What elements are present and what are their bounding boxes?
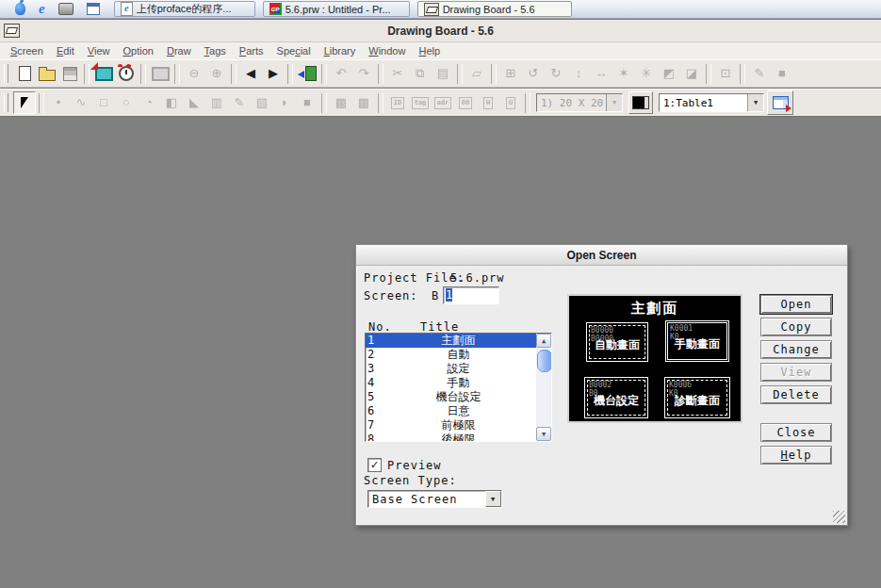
- close-button[interactable]: Close: [760, 423, 832, 442]
- rotate-cw-button[interactable]: ↻: [545, 62, 567, 85]
- screen-list[interactable]: 1 主劃面 2 自動 3 設定 4 手動: [365, 333, 552, 442]
- screen-info-button[interactable]: [149, 62, 171, 85]
- next-screen-button[interactable]: ▶: [262, 62, 285, 85]
- tag-u-button[interactable]: U: [499, 91, 522, 114]
- tag-tag-button[interactable]: tag: [409, 91, 432, 114]
- screen-row-8[interactable]: 8 後極限: [366, 433, 551, 442]
- polygon-tool-button[interactable]: ◣: [183, 91, 205, 114]
- screen-row-5[interactable]: 5 機台設定: [366, 390, 551, 404]
- new-screen-button[interactable]: [13, 62, 36, 85]
- open-button[interactable]: Open: [760, 295, 832, 314]
- toolbar-grip[interactable]: [4, 93, 8, 112]
- menu-tags[interactable]: Tags: [198, 43, 233, 58]
- task-drawing-board[interactable]: Drawing Board - 5.6: [417, 1, 572, 17]
- screen-type-combo[interactable]: Base Screen ▼: [367, 490, 502, 508]
- library-load-button[interactable]: ▩: [352, 91, 375, 114]
- chevron-down-icon[interactable]: ▼: [485, 491, 501, 507]
- menu-option[interactable]: Option: [117, 43, 160, 58]
- menu-library[interactable]: Library: [318, 43, 363, 58]
- copy-button[interactable]: Copy: [760, 318, 832, 336]
- eraser-button[interactable]: ▱: [465, 62, 488, 85]
- drive-icon[interactable]: [58, 3, 73, 15]
- toolbar-grip[interactable]: [4, 64, 8, 83]
- arc-tool-button[interactable]: ◔: [138, 91, 160, 114]
- dialog-titlebar[interactable]: Open Screen: [356, 245, 847, 266]
- screen-color-button[interactable]: [628, 91, 653, 114]
- rectangle-tool-button[interactable]: □: [92, 91, 115, 114]
- menu-draw[interactable]: Draw: [160, 43, 198, 58]
- table-combo[interactable]: 1:Table1 ▼: [659, 93, 764, 112]
- screen-number-input[interactable]: 1: [443, 286, 499, 304]
- menu-window[interactable]: Window: [362, 43, 412, 58]
- edit-vertex-button[interactable]: ✎: [748, 62, 771, 85]
- undo-button[interactable]: ↶: [330, 62, 352, 85]
- bring-to-front-button[interactable]: ◩: [658, 62, 680, 85]
- exit-button[interactable]: [296, 62, 318, 85]
- rotate-ccw-button[interactable]: ↺: [522, 62, 545, 85]
- text-tool-button[interactable]: ✎: [228, 91, 251, 114]
- screen-row-2[interactable]: 2 自動: [366, 348, 551, 362]
- delete-button[interactable]: Delete: [760, 385, 832, 404]
- task-upload-proface[interactable]: e 上传proface的程序...: [114, 1, 255, 17]
- transfer-screen-button[interactable]: [92, 62, 115, 85]
- dot-tool-button[interactable]: •: [47, 91, 70, 114]
- alarm-editor-button[interactable]: [115, 62, 138, 85]
- scroll-up-icon[interactable]: ▲: [536, 334, 551, 348]
- table-editor-button[interactable]: [767, 90, 793, 115]
- window-titlebar[interactable]: Drawing Board - 5.6: [0, 20, 881, 42]
- screen-row-6[interactable]: 6 日意: [366, 404, 551, 418]
- image-tool-button[interactable]: ▧: [251, 91, 273, 114]
- scrollbar-thumb[interactable]: [537, 350, 552, 372]
- flip-horizontal-button[interactable]: ↔: [590, 62, 612, 85]
- apple-icon[interactable]: [15, 3, 25, 15]
- ellipse-tool-button[interactable]: ○: [115, 91, 138, 114]
- screen-row-4[interactable]: 4 手動: [366, 376, 551, 390]
- screen-row-1[interactable]: 1 主劃面: [366, 334, 551, 348]
- preview-checkbox[interactable]: ✓: [367, 458, 382, 472]
- capture-tool-button[interactable]: ◗: [273, 91, 296, 114]
- task-project-manager[interactable]: GP 5.6.prw : Untitled - Pr...: [263, 1, 410, 17]
- tag-data-button[interactable]: 00: [454, 91, 477, 114]
- copy-button[interactable]: ⧉: [409, 62, 432, 85]
- send-to-back-button[interactable]: ◪: [680, 62, 703, 85]
- menu-special[interactable]: Special: [270, 43, 318, 58]
- fill-tool-button[interactable]: ◧: [160, 91, 183, 114]
- menu-parts[interactable]: Parts: [233, 43, 270, 58]
- view-button[interactable]: View: [760, 363, 832, 382]
- resize-grip[interactable]: [833, 511, 845, 523]
- duplicate-button[interactable]: ⊞: [499, 62, 522, 85]
- previous-screen-button[interactable]: ◀: [239, 62, 262, 85]
- redo-button[interactable]: ↷: [352, 62, 375, 85]
- tag-window-button[interactable]: W: [477, 91, 499, 114]
- select-tool-button[interactable]: [13, 91, 36, 114]
- filled-rect-tool-button[interactable]: ■: [296, 91, 318, 114]
- flip-vertical-button[interactable]: ↕: [567, 62, 590, 85]
- help-button[interactable]: Help: [760, 446, 832, 465]
- paste-button[interactable]: ▤: [432, 62, 454, 85]
- scroll-down-icon[interactable]: ▼: [536, 427, 551, 441]
- list-scrollbar[interactable]: ▲ ▼: [536, 334, 551, 441]
- ruler-tool-button[interactable]: ▥: [205, 91, 228, 114]
- screen-row-3[interactable]: 3 設定: [366, 362, 551, 376]
- shrink-button[interactable]: ✶: [612, 62, 635, 85]
- window-icon[interactable]: [87, 3, 100, 15]
- screen-row-7[interactable]: 7 前極限: [366, 418, 551, 433]
- menu-edit[interactable]: Edit: [50, 43, 81, 58]
- zoom-out-button[interactable]: ⊖: [183, 62, 205, 85]
- library-save-button[interactable]: ▩: [330, 91, 352, 114]
- internet-explorer-icon[interactable]: e: [39, 2, 45, 16]
- chevron-down-icon[interactable]: ▼: [747, 94, 763, 111]
- cut-button[interactable]: ✂: [386, 62, 409, 85]
- enlarge-button[interactable]: ✳: [635, 62, 658, 85]
- tag-id-button[interactable]: ID: [386, 91, 409, 114]
- menu-help[interactable]: Help: [412, 43, 447, 58]
- menu-view[interactable]: View: [81, 43, 117, 58]
- menu-screen[interactable]: Screen: [4, 43, 50, 58]
- change-button[interactable]: Change: [760, 340, 832, 359]
- zoom-in-button[interactable]: ⊕: [205, 62, 228, 85]
- fill-attribute-button[interactable]: ■: [771, 62, 793, 85]
- save-button[interactable]: [58, 62, 81, 85]
- line-tool-button[interactable]: ∿: [70, 91, 92, 114]
- open-screen-button[interactable]: [36, 62, 58, 85]
- group-button[interactable]: ⊡: [714, 62, 737, 85]
